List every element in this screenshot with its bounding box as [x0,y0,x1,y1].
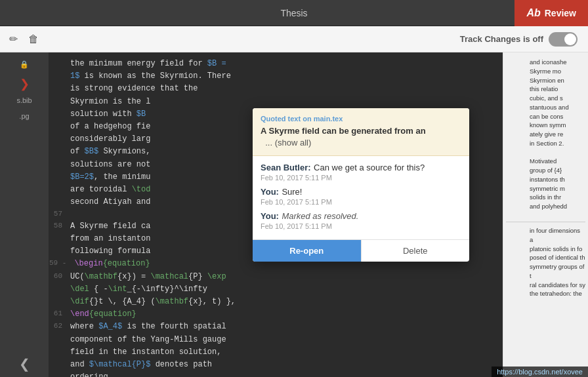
popup-quote-text: A Skyrme field can be generated from an … [261,125,461,149]
table-row: component of the Yang-Mills gauge [49,334,503,346]
popup-quote-header: Quoted text on main.tex [261,115,461,123]
comment1-timestamp: Feb 10, 2017 5:11 PM [261,174,461,182]
url-bar: https://blog.csdn.net/xovee [492,367,588,377]
comment-item-2: You: Sure! Feb 10, 2017 5:11 PM [261,186,461,206]
left-sidebar: 🔒 ❯ s.bib .pg ❮ [0,52,49,377]
main-content: 🔒 ❯ s.bib .pg ❮ the minimum energy field… [0,52,588,377]
sidebar-arrow-left[interactable]: ❮ [19,356,30,372]
edit-icon: ✏ [9,33,18,45]
table-row: 60UC(\mathbf{x}) = \mathcal{P} \exp [49,271,503,283]
comment-item-1: Sean Butler: Can we get a source for thi… [261,161,461,182]
table-row: 61\end{equation} [49,308,503,321]
track-changes-area: Track Changes is off [460,32,578,47]
table-row: Skyrmion is the l [49,96,503,108]
editor-area[interactable]: the minimum energy field for $B = 1$ is … [49,52,503,377]
sidebar-lock-icon[interactable]: 🔒 [0,58,49,71]
table-row: field in the instanton solution, [49,346,503,359]
comment3-author: You: [261,211,279,221]
comment3-text: Marked as resolved. [282,211,358,221]
comment2-text: Sure! [282,187,302,197]
track-changes-label: Track Changes is off [460,34,543,44]
titlebar-right-actions: Ab Review [514,0,588,26]
right-panel-text: and iconasheSkyrme moSkyrmion enthis rel… [530,58,585,211]
review-button[interactable]: Ab Review [514,0,588,26]
sidebar-bib-item[interactable]: s.bib [0,94,49,107]
review-label: Review [545,8,576,18]
titlebar: Thesis Ab Review [0,0,588,26]
popup-quote-file: main.tex [314,115,343,123]
right-panel: and iconasheSkyrme moSkyrmion enthis rel… [503,52,588,377]
popup-comments-body: Sean Butler: Can we get a source for thi… [253,156,469,239]
popup-quote-area: Quoted text on main.tex A Skyrme field c… [253,108,469,156]
right-panel-text2: in four dimensions aplatonic solids in f… [506,222,585,298]
table-row: ordering. [49,371,503,377]
table-row: \del { -\int_{-\infty}^\infty [49,283,503,296]
popup-actions: Re-open Delete [253,239,469,262]
comment2-author: You: [261,187,279,197]
track-changes-toggle[interactable] [549,32,578,47]
table-row: and $\mathcal{P}$ denotes path [49,359,503,371]
comment1-text: Can we get a source for this? [314,163,425,172]
show-all-link[interactable]: ... (show all) [265,138,311,148]
comment3-timestamp: Feb 10, 2017 5:11 PM [261,222,461,230]
table-row: 62where $A_4$ is the fourth spatial [49,321,503,333]
table-row: \dif{}t \, {A_4} (\mathbf{x}, t) }, [49,296,503,308]
sidebar-chevron-down[interactable]: ❯ [20,77,30,91]
toolbar: ✏ 🗑 Track Changes is off [0,26,588,52]
comment-popup: Quoted text on main.tex A Skyrme field c… [253,108,469,262]
delete-button[interactable]: 🗑 [24,31,43,48]
window-title: Thesis [280,8,307,18]
trash-icon: 🗑 [28,33,39,45]
review-icon: Ab [526,7,540,19]
comment-item-3: You: Marked as resolved. Feb 10, 2017 5:… [261,210,461,230]
table-row: the minimum energy field for $B = [49,58,503,70]
edit-button[interactable]: ✏ [5,30,22,48]
comment1-author: Sean Butler: [261,163,311,172]
delete-comment-button[interactable]: Delete [362,240,470,262]
sidebar-pg-item[interactable]: .pg [0,109,49,123]
table-row: is strong evidence that the [49,83,503,95]
reopen-button[interactable]: Re-open [253,240,361,262]
table-row: 1$ is known as the Skyrmion. There [49,70,503,83]
comment2-timestamp: Feb 10, 2017 5:11 PM [261,198,461,206]
